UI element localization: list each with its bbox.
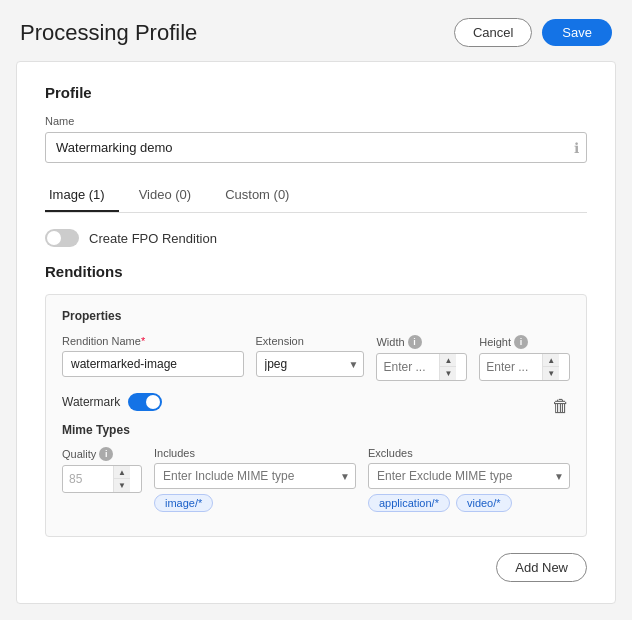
excludes-label: Excludes (368, 447, 570, 459)
includes-field: Includes ▼ image/* (154, 447, 356, 512)
profile-section-title: Profile (45, 84, 587, 101)
quality-spinner: ▲ ▼ (62, 465, 142, 493)
watermark-toggle[interactable] (128, 393, 162, 411)
quality-label: Quality i (62, 447, 142, 461)
rendition-name-label: Rendition Name * (62, 335, 244, 347)
extension-field: Extension jpeg png gif webp tiff ▼ (256, 335, 365, 377)
height-spinner: ▲ ▼ (479, 353, 570, 381)
properties-label: Properties (62, 309, 570, 323)
watermark-label: Watermark (62, 395, 120, 409)
excludes-tag-application: application/* (368, 494, 450, 512)
name-input[interactable] (45, 132, 587, 163)
height-spinner-btns: ▲ ▼ (542, 354, 559, 380)
watermark-toggle-thumb (146, 395, 160, 409)
mime-types-title: Mime Types (62, 423, 570, 437)
height-label: Height i (479, 335, 570, 349)
create-fpo-label: Create FPO Rendition (89, 231, 217, 246)
height-input[interactable] (480, 355, 542, 379)
width-spinner-btns: ▲ ▼ (439, 354, 456, 380)
includes-label: Includes (154, 447, 356, 459)
excludes-select-wrapper: ▼ (368, 463, 570, 489)
tabs-bar: Image (1) Video (0) Custom (0) (45, 179, 587, 213)
includes-input[interactable] (154, 463, 356, 489)
top-bar: Processing Profile Cancel Save (0, 0, 632, 61)
includes-tag-image: image/* (154, 494, 213, 512)
name-label: Name (45, 115, 587, 127)
excludes-tag-video: video/* (456, 494, 512, 512)
height-info-icon: i (514, 335, 528, 349)
create-fpo-toggle[interactable] (45, 229, 79, 247)
bottom-actions: Add New (45, 553, 587, 582)
renditions-title: Renditions (45, 263, 587, 280)
excludes-field: Excludes ▼ application/* video/* (368, 447, 570, 512)
name-input-wrapper: ℹ (45, 132, 587, 163)
extension-select[interactable]: jpeg png gif webp tiff (256, 351, 365, 377)
width-info-icon: i (408, 335, 422, 349)
excludes-input[interactable] (368, 463, 570, 489)
rendition-name-input[interactable] (62, 351, 244, 377)
page-container: Processing Profile Cancel Save Profile N… (0, 0, 632, 620)
quality-info-icon: i (99, 447, 113, 461)
width-input[interactable] (377, 355, 439, 379)
height-field: Height i ▲ ▼ (479, 335, 570, 381)
width-label: Width i (376, 335, 467, 349)
page-title: Processing Profile (20, 20, 197, 46)
cancel-button[interactable]: Cancel (454, 18, 532, 47)
watermark-row: Watermark (62, 393, 162, 411)
quality-input[interactable] (63, 467, 113, 491)
main-card: Profile Name ℹ Image (1) Video (0) Custo… (16, 61, 616, 604)
props-row: Rendition Name * Extension jpeg png gif … (62, 335, 570, 381)
add-new-button[interactable]: Add New (496, 553, 587, 582)
save-button[interactable]: Save (542, 19, 612, 46)
tab-image[interactable]: Image (1) (45, 179, 119, 212)
quality-spinner-btns: ▲ ▼ (113, 466, 130, 492)
height-decrement[interactable]: ▼ (543, 367, 559, 380)
extension-label: Extension (256, 335, 365, 347)
top-actions: Cancel Save (454, 18, 612, 47)
create-fpo-row: Create FPO Rendition (45, 229, 587, 247)
excludes-tags: application/* video/* (368, 494, 570, 512)
mime-row: Quality i ▲ ▼ Includes (62, 447, 570, 512)
name-info-icon: ℹ (574, 140, 579, 156)
quality-increment[interactable]: ▲ (114, 466, 130, 479)
rendition-name-field: Rendition Name * (62, 335, 244, 377)
create-fpo-toggle-thumb (47, 231, 61, 245)
quality-field: Quality i ▲ ▼ (62, 447, 142, 493)
includes-tags: image/* (154, 494, 356, 512)
delete-icon[interactable]: 🗑 (552, 396, 570, 417)
width-increment[interactable]: ▲ (440, 354, 456, 367)
tab-video[interactable]: Video (0) (135, 179, 206, 212)
includes-select-wrapper: ▼ (154, 463, 356, 489)
width-field: Width i ▲ ▼ (376, 335, 467, 381)
quality-decrement[interactable]: ▼ (114, 479, 130, 492)
extension-select-wrapper: jpeg png gif webp tiff ▼ (256, 351, 365, 377)
properties-box: Properties Rendition Name * Extension jp… (45, 294, 587, 537)
height-increment[interactable]: ▲ (543, 354, 559, 367)
tab-custom[interactable]: Custom (0) (221, 179, 303, 212)
width-decrement[interactable]: ▼ (440, 367, 456, 380)
delete-icon-wrapper: 🗑 (552, 396, 570, 417)
width-spinner: ▲ ▼ (376, 353, 467, 381)
